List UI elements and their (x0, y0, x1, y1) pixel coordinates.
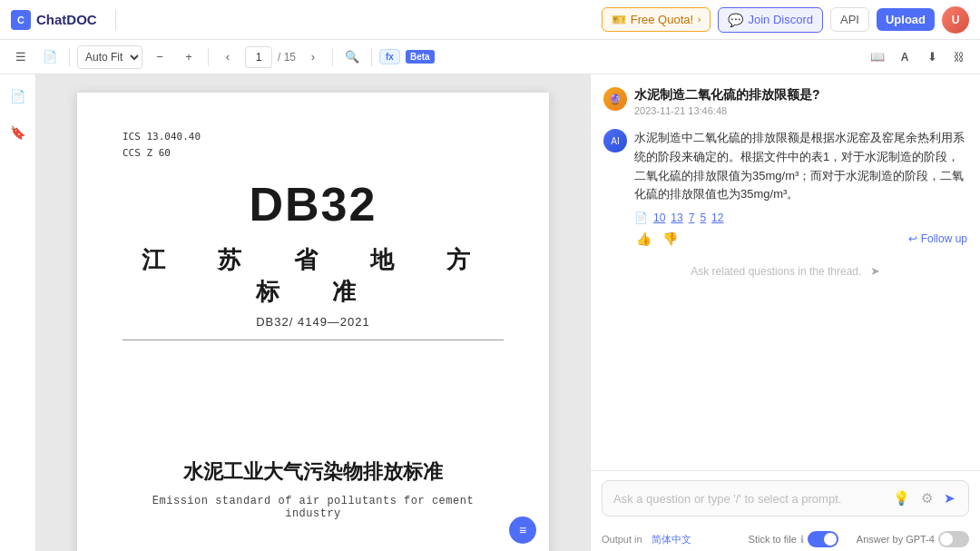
chat-panel: 🔮 水泥制造二氧化硫的排放限额是? 2023-11-21 13:46:48 AI… (590, 74, 980, 551)
document-icon: 📄 (10, 89, 25, 103)
chat-answer-body: 水泥制造中二氧化硫的排放限额是根据水泥窑及窑尾余热利用系统的阶段来确定的。根据文… (634, 129, 967, 248)
sidebar-toggle-button[interactable]: ☰ (9, 45, 33, 69)
question-icon-symbol: 🔮 (609, 93, 622, 105)
zoom-out-button[interactable]: − (148, 45, 172, 69)
beta-badge: Beta (406, 50, 435, 64)
sidebar-item-document[interactable]: 📄 (7, 85, 29, 107)
avatar-text: U (952, 14, 960, 26)
sidebar-item-bookmark[interactable]: 🔖 (7, 122, 29, 143)
language-selector[interactable]: 简体中文 (652, 533, 691, 546)
send-button[interactable]: ➤ (942, 488, 957, 508)
text-select-icon: ≡ (519, 523, 526, 537)
toolbar: ☰ 📄 Auto Fit 50% 75% 100% 125% 150% − + … (0, 40, 980, 74)
thumbdown-button[interactable]: 👎 (661, 230, 680, 248)
question-time: 2023-11-21 13:46:48 (634, 105, 967, 116)
prev-page-button[interactable]: ‹ (216, 45, 240, 69)
follow-up-icon: ↩ (908, 232, 917, 245)
fx-label: fx (379, 49, 400, 64)
upload-label: Upload (886, 13, 926, 26)
ref-file-icon: 📄 (634, 212, 648, 224)
search-button[interactable]: 🔍 (340, 45, 364, 69)
quota-icon: 🎫 (612, 13, 626, 26)
ref-link-12[interactable]: 12 (711, 212, 723, 224)
share-icon: ⛓ (954, 51, 965, 64)
thread-placeholder: Ask related questions in the thread. ➤ (603, 264, 967, 278)
app-name: ChatDOC (36, 12, 97, 27)
stick-to-file-toggle: Stick to file ℹ (749, 531, 838, 547)
question-text: 水泥制造二氧化硫的排放限额是? (634, 87, 967, 103)
question-icon: 🔮 (603, 87, 627, 111)
pdf-main-title: 水泥工业大气污染物排放标准 (122, 458, 504, 486)
bookmark-icon: 🔖 (10, 125, 25, 140)
top-nav: C ChatDOC 🎫 Free Quota! › 💬 Join Discord… (0, 0, 980, 40)
file-icon: 📄 (43, 50, 57, 64)
zoom-out-icon: − (156, 50, 163, 64)
toolbar-divider-1 (69, 48, 70, 66)
left-sidebar: 📄 🔖 (0, 74, 36, 551)
font-button[interactable]: A (893, 45, 916, 69)
thumbup-button[interactable]: 👍 (634, 230, 653, 248)
stick-to-file-switch[interactable] (808, 531, 838, 547)
chat-input-area: 💡 ⚙ ➤ (591, 470, 980, 526)
answer-by-gpt4-label: Answer by GPT-4 (857, 534, 935, 545)
pdf-db-number: DB32 (122, 177, 504, 231)
nav-divider (115, 10, 116, 30)
toolbar-right: 📖 A ⬇ ⛓ (866, 45, 971, 69)
toolbar-divider-3 (332, 48, 333, 66)
upload-button[interactable]: Upload (877, 8, 935, 31)
settings-button[interactable]: ⚙ (919, 488, 935, 508)
zoom-select[interactable]: Auto Fit 50% 75% 100% 125% 150% (77, 45, 142, 69)
answer-text: 水泥制造中二氧化硫的排放限额是根据水泥窑及窑尾余热利用系统的阶段来确定的。根据文… (634, 129, 967, 204)
avatar[interactable]: U (942, 6, 969, 34)
answer-by-gpt4-toggle: Answer by GPT-4 (857, 531, 969, 547)
stick-to-file-info-icon: ℹ (800, 534, 804, 546)
ref-link-5[interactable]: 5 (700, 212, 706, 224)
chat-question: 🔮 水泥制造二氧化硫的排放限额是? 2023-11-21 13:46:48 (603, 87, 967, 116)
follow-up-label: Follow up (921, 232, 967, 245)
chat-messages: 🔮 水泥制造二氧化硫的排放限额是? 2023-11-21 13:46:48 AI… (591, 74, 980, 470)
light-bulb-button[interactable]: 💡 (891, 488, 912, 508)
zoom-in-button[interactable]: + (177, 45, 201, 69)
pdf-std-number: DB32/ 4149—2021 (122, 315, 504, 329)
api-button[interactable]: API (830, 7, 869, 32)
chat-refs: 📄 10 13 7 5 12 (634, 212, 967, 224)
share-button[interactable]: ⛓ (947, 45, 971, 69)
pdf-page: ICS 13.040.40 CCS Z 60 DB32 江 苏 省 地 方 标 … (77, 93, 549, 551)
discord-label: Join Discord (748, 13, 813, 26)
ref-link-7[interactable]: 7 (689, 212, 695, 224)
zoom-in-icon: + (185, 50, 192, 64)
quota-label: Free Quota! (631, 13, 693, 26)
book-icon: 📖 (870, 50, 885, 64)
book-view-button[interactable]: 📖 (866, 45, 889, 69)
chat-input-wrapper: 💡 ⚙ ➤ (602, 480, 969, 517)
output-in-label: Output in (602, 534, 642, 545)
follow-up-button[interactable]: ↩ Follow up (908, 232, 967, 245)
file-icon-button[interactable]: 📄 (38, 45, 62, 69)
discord-button[interactable]: 💬 Join Discord (718, 7, 823, 33)
stick-to-file-label: Stick to file (749, 534, 797, 545)
chat-question-content: 水泥制造二氧化硫的排放限额是? 2023-11-21 13:46:48 (634, 87, 967, 116)
send-thread-button[interactable]: ➤ (870, 264, 880, 278)
pdf-text-select-button[interactable]: ≡ (509, 517, 536, 544)
answer-by-gpt4-switch[interactable] (938, 531, 969, 547)
pdf-divider (122, 339, 504, 340)
pdf-province-title: 江 苏 省 地 方 标 准 (122, 244, 504, 308)
answer-icon: AI (603, 129, 627, 153)
next-page-button[interactable]: › (301, 45, 325, 69)
quota-button[interactable]: 🎫 Free Quota! › (602, 7, 711, 32)
chat-footer: Output in 简体中文 Stick to file ℹ Answer by… (591, 526, 980, 551)
prev-page-icon: ‹ (226, 50, 230, 64)
logo-icon: C (11, 10, 31, 30)
download-button[interactable]: ⬇ (920, 45, 944, 69)
logo-area: C ChatDOC (11, 10, 97, 30)
main-area: 📄 🔖 ICS 13.040.40 CCS Z 60 DB32 江 苏 省 地 … (0, 74, 980, 551)
chat-answer: AI 水泥制造中二氧化硫的排放限额是根据水泥窑及窑尾余热利用系统的阶段来确定的。… (603, 129, 967, 248)
page-number-input[interactable] (245, 46, 272, 68)
chat-input[interactable] (613, 492, 884, 506)
ref-link-13[interactable]: 13 (671, 212, 682, 224)
api-label: API (840, 13, 859, 26)
discord-icon: 💬 (728, 13, 743, 27)
next-page-icon: › (311, 50, 315, 64)
quota-chevron: › (698, 15, 701, 25)
ref-link-10[interactable]: 10 (653, 212, 665, 224)
